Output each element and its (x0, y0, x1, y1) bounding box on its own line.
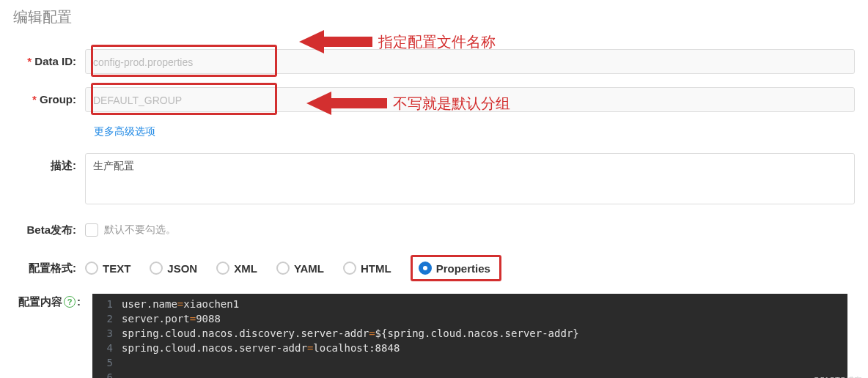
field-beta: Beta发布: 默认不要勾选。 (13, 218, 868, 242)
watermark: @51CTO博客 (812, 375, 862, 378)
radio-format-properties[interactable]: Properties (411, 255, 501, 281)
radio-label: HTML (361, 262, 391, 275)
help-icon[interactable]: ? (64, 296, 76, 308)
radio-circle-icon (419, 262, 432, 275)
field-content: 配置内容 ? : 1user.name=xiaochen12server.por… (13, 294, 868, 378)
radio-format-xml[interactable]: XML (216, 262, 257, 275)
code-line: 4spring.cloud.nacos.server-addr=localhos… (92, 341, 847, 355)
line-text: spring.cloud.nacos.discovery.server-addr… (122, 326, 579, 341)
radio-label: XML (234, 262, 257, 275)
colon: : (77, 294, 81, 310)
radio-label: Properties (436, 262, 490, 275)
radio-format-text[interactable]: TEXT (85, 262, 130, 275)
line-number: 1 (92, 297, 122, 311)
radio-format-yaml[interactable]: YAML (276, 262, 324, 275)
line-text: server.port=9088 (122, 311, 221, 326)
label-content: 配置内容 (18, 294, 62, 310)
radio-format-html[interactable]: HTML (343, 262, 391, 275)
code-editor[interactable]: 1user.name=xiaochen12server.port=90883sp… (92, 294, 847, 378)
line-number: 5 (92, 355, 122, 370)
line-number: 4 (92, 341, 122, 355)
line-number: 3 (92, 326, 122, 341)
code-line: 6 (92, 370, 847, 378)
label-beta: Beta发布: (13, 218, 85, 242)
checkbox-beta[interactable] (85, 223, 98, 237)
page-title: 编辑配置 (13, 7, 868, 27)
code-line: 3spring.cloud.nacos.discovery.server-add… (92, 326, 847, 341)
radio-circle-icon (216, 262, 229, 275)
code-line: 1user.name=xiaochen1 (92, 297, 847, 311)
radio-label: YAML (294, 262, 324, 275)
field-group: Group: DEFAULT_GROUP 不写就是默认分组 (13, 87, 868, 112)
field-data-id: Data ID: config-prod.properties 指定配置文件名称 (13, 49, 868, 74)
code-line: 2server.port=9088 (92, 311, 847, 326)
radio-label: TEXT (103, 262, 130, 275)
field-format: 配置格式: TEXTJSONXMLYAMLHTMLProperties (13, 256, 868, 281)
field-description: 描述: (13, 153, 868, 204)
radio-label: JSON (167, 262, 197, 275)
input-data-id[interactable]: config-prod.properties (85, 49, 855, 74)
radio-circle-icon (276, 262, 290, 275)
radio-format-json[interactable]: JSON (150, 262, 197, 275)
input-description[interactable] (85, 153, 855, 204)
input-group[interactable]: DEFAULT_GROUP (85, 87, 855, 112)
radio-circle-icon (85, 262, 98, 275)
line-number: 2 (92, 311, 122, 326)
format-radio-group: TEXTJSONXMLYAMLHTMLProperties (85, 256, 501, 281)
line-number: 6 (92, 370, 122, 378)
radio-circle-icon (343, 262, 356, 275)
label-format: 配置格式: (13, 256, 85, 281)
advanced-options-link[interactable]: 更多高级选项 (94, 125, 155, 138)
beta-hint: 默认不要勾选。 (104, 223, 176, 237)
label-description: 描述: (13, 153, 85, 178)
label-data-id: Data ID: (13, 49, 85, 74)
code-line: 5 (92, 355, 847, 370)
radio-circle-icon (150, 262, 163, 275)
line-text: spring.cloud.nacos.server-addr=localhost… (122, 341, 400, 355)
line-text: user.name=xiaochen1 (122, 297, 239, 311)
label-group: Group: (13, 87, 85, 112)
